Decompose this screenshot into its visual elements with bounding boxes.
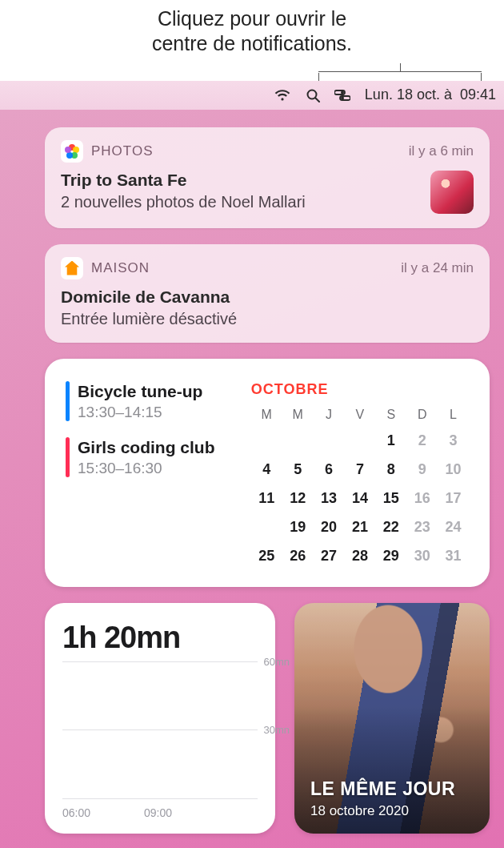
notification-time: il y a 6 min [409, 143, 474, 159]
wifi-icon[interactable] [274, 89, 291, 102]
chart-x-label: 09:00 [144, 806, 185, 819]
callout-line1: Cliquez pour ouvrir le [158, 7, 346, 30]
calendar-day[interactable]: 8 [375, 459, 406, 480]
photos-app-icon [61, 140, 83, 163]
notification-thumbnail [430, 171, 474, 214]
notification-center: PHOTOS il y a 6 min Trip to Santa Fe 2 n… [0, 110, 504, 849]
calendar-day[interactable]: 6 [314, 459, 345, 480]
menu-bar-time: 09:41 [460, 86, 496, 103]
memory-date: 18 octobre 2020 [310, 803, 455, 819]
notification-app-name: PHOTOS [91, 143, 153, 159]
calendar-day[interactable]: 2 [406, 430, 438, 451]
calendar-day[interactable]: 20 [314, 516, 345, 537]
spotlight-icon[interactable] [306, 88, 320, 102]
notification-photos[interactable]: PHOTOS il y a 6 min Trip to Santa Fe 2 n… [45, 127, 490, 228]
calendar-day[interactable]: 14 [344, 488, 375, 508]
calendar-day[interactable]: 18 [251, 516, 282, 537]
screentime-total: 1h 20mn [62, 621, 258, 655]
screentime-chart: 60mn 30mn 06:0009:00 [62, 661, 258, 819]
calendar-dow: S [375, 408, 406, 422]
svg-line-1 [315, 98, 319, 102]
calendar-month-label: OCTOBRE [251, 381, 469, 398]
menu-bar: Lun. 18 oct. à 09:41 [0, 81, 504, 110]
event-color-bar [66, 381, 70, 421]
chart-x-label [103, 806, 144, 819]
notification-title: Trip to Santa Fe [61, 171, 419, 190]
chart-x-label: 06:00 [62, 806, 103, 819]
event-title: Bicycle tune-up [78, 381, 202, 402]
notification-title: Domicile de Cavanna [61, 287, 474, 307]
calendar-day[interactable]: 7 [344, 459, 375, 480]
calendar-events-list: Bicycle tune-up13:30–14:15Girls coding c… [66, 381, 251, 566]
calendar-day[interactable]: 28 [344, 545, 375, 566]
calendar-dow: D [406, 408, 438, 422]
calendar-day[interactable]: 16 [406, 488, 438, 508]
calendar-dow: M [251, 408, 282, 422]
menu-bar-date: Lun. 18 oct. à [365, 86, 452, 103]
calendar-dow: M [282, 408, 314, 422]
event-title: Girls coding club [78, 437, 215, 458]
svg-point-5 [341, 96, 344, 99]
calendar-dow: V [344, 408, 375, 422]
calendar-day[interactable]: 15 [375, 488, 406, 508]
calendar-event[interactable]: Bicycle tune-up13:30–14:15 [66, 381, 243, 421]
home-app-icon [61, 257, 83, 279]
notification-home[interactable]: MAISON il y a 24 min Domicile de Cavanna… [45, 244, 490, 343]
notification-subtitle: 2 nouvelles photos de Noel Mallari [61, 193, 419, 211]
calendar-month-view: OCTOBRE MMJVSDL1234567891011121314151617… [251, 381, 469, 566]
notification-time: il y a 24 min [401, 260, 474, 276]
callout-bracket [318, 63, 482, 81]
calendar-day[interactable]: 12 [282, 488, 314, 508]
calendar-day[interactable]: 21 [344, 516, 375, 537]
calendar-day[interactable]: 17 [438, 488, 469, 508]
calendar-day[interactable]: 31 [438, 545, 469, 566]
calendar-day[interactable]: 29 [375, 545, 406, 566]
event-color-bar [66, 437, 70, 477]
notification-app-name: MAISON [91, 260, 150, 276]
calendar-day[interactable]: 11 [251, 488, 282, 508]
chart-y-max: 60mn [258, 655, 290, 667]
calendar-day[interactable]: 1 [375, 430, 406, 451]
event-time: 13:30–14:15 [78, 404, 202, 421]
memory-title: LE MÊME JOUR [310, 778, 455, 800]
calendar-day[interactable]: 27 [314, 545, 345, 566]
calendar-day[interactable]: 22 [375, 516, 406, 537]
calendar-day[interactable]: 4 [251, 459, 282, 480]
chart-x-label [185, 806, 226, 819]
calendar-day[interactable]: 5 [282, 459, 314, 480]
calendar-day[interactable]: 9 [406, 459, 438, 480]
svg-point-3 [341, 90, 344, 94]
screentime-widget[interactable]: 1h 20mn 60mn 30mn 06:0009:00 [45, 603, 275, 834]
chart-y-mid: 30mn [258, 724, 290, 736]
calendar-day[interactable]: 25 [251, 545, 282, 566]
calendar-day[interactable]: 26 [282, 545, 314, 566]
calendar-day[interactable]: 3 [438, 430, 469, 451]
notification-subtitle: Entrée lumière désactivé [61, 310, 474, 328]
menu-bar-datetime[interactable]: Lun. 18 oct. à 09:41 [365, 86, 496, 103]
calendar-day[interactable]: 30 [406, 545, 438, 566]
calendar-day[interactable]: 23 [406, 516, 438, 537]
calendar-day[interactable]: 13 [314, 488, 345, 508]
calendar-day[interactable]: 19 [282, 516, 314, 537]
calendar-grid: MMJVSDL123456789101112131415161718192021… [251, 408, 469, 566]
callout-line2: centre de notifications. [152, 32, 352, 54]
calendar-dow: L [438, 408, 469, 422]
calendar-day[interactable]: 24 [438, 516, 469, 537]
callout-text: Cliquez pour ouvrir le centre de notific… [0, 0, 504, 63]
calendar-widget[interactable]: Bicycle tune-up13:30–14:15Girls coding c… [45, 359, 490, 587]
photos-memory-widget[interactable]: LE MÊME JOUR 18 octobre 2020 [294, 603, 490, 834]
control-center-icon[interactable] [334, 90, 350, 101]
calendar-day[interactable]: 10 [438, 459, 469, 480]
desktop-screen: Lun. 18 oct. à 09:41 PHOTOS il y a 6 min… [0, 81, 504, 849]
event-time: 15:30–16:30 [78, 460, 215, 477]
calendar-event[interactable]: Girls coding club15:30–16:30 [66, 437, 243, 477]
calendar-dow: J [314, 408, 345, 422]
